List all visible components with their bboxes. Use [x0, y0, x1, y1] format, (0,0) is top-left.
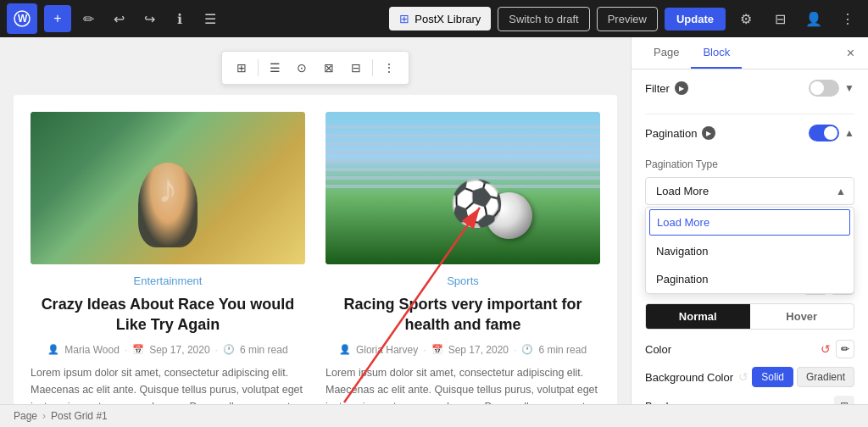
color-label: Color: [645, 343, 671, 356]
pagination-option-load-more[interactable]: Load More: [649, 209, 850, 236]
filter-row: Filter ▶ ▼: [645, 80, 854, 103]
pagination-type-dropdown-wrapper: Load More Navigation Pagination ▲ Load M…: [645, 177, 854, 205]
read-time-2: 6 min read: [538, 344, 587, 356]
date-2: Sep 17, 2020: [448, 344, 509, 356]
author-2: Gloria Harvey: [356, 344, 418, 356]
breadcrumb-separator: ›: [42, 410, 46, 422]
breadcrumb-page[interactable]: Page: [14, 410, 37, 422]
pagination-toggle-group: ▲: [809, 125, 854, 141]
post-meta-1: 👤 Maria Wood · 📅 Sep 17, 2020 · 🕐 6 min …: [31, 344, 305, 356]
pagination-toggle-arrow[interactable]: ▲: [844, 127, 854, 139]
post-card-2: Sports Racing Sports very important for …: [326, 112, 600, 404]
color-controls: ↺ ✏: [821, 340, 854, 358]
switch-draft-button[interactable]: Switch to draft: [498, 7, 589, 31]
right-sidebar: Page Block × Filter ▶ ▼ Pagination: [631, 37, 868, 404]
toolbar-separator-2: [372, 59, 373, 76]
author-icon-2: 👤: [339, 344, 351, 355]
color-picker-button[interactable]: ✏: [836, 340, 854, 358]
tools-button[interactable]: ✏: [75, 5, 102, 32]
pagination-type-label: Pagination Type: [645, 158, 854, 170]
layout-icon-button[interactable]: ⊟: [766, 5, 793, 32]
filter-toggle[interactable]: [809, 80, 839, 97]
breadcrumb-bar: Page › Post Grid #1: [0, 404, 868, 427]
filter-play-icon[interactable]: ▶: [675, 81, 688, 95]
bg-reset-icon[interactable]: ↺: [738, 370, 748, 384]
post-category-2[interactable]: Sports: [326, 274, 600, 287]
main-layout: ⊞ ☰ ⊙ ⊠ ⊟ ⋮ Entertainment: [0, 37, 868, 404]
pagination-option-navigation[interactable]: Navigation: [646, 237, 854, 265]
preview-button[interactable]: Preview: [597, 7, 658, 31]
state-tab-normal[interactable]: Normal: [646, 304, 750, 329]
more-button[interactable]: ⋮: [834, 5, 861, 32]
date-1: Sep 17, 2020: [149, 344, 209, 356]
post-excerpt-2: Lorem ipsum dolor sit amet, consectetur …: [326, 364, 600, 404]
gradient-tab[interactable]: Gradient: [797, 367, 854, 387]
pagination-toggle[interactable]: [809, 125, 839, 141]
date-icon-2: 📅: [431, 344, 443, 355]
more-options-button[interactable]: ⋮: [376, 55, 402, 80]
border-icon[interactable]: ⊞: [834, 396, 854, 404]
sidebar-content: Filter ▶ ▼ Pagination ▶ ▲: [632, 69, 868, 404]
postx-icon: ⊞: [399, 12, 409, 25]
solid-tab[interactable]: Solid: [752, 367, 793, 387]
image-button[interactable]: ⊠: [316, 55, 342, 80]
post-category-1[interactable]: Entertainment: [31, 274, 305, 287]
settings-icon-button[interactable]: ⚙: [732, 5, 760, 32]
post-image-entertainment: [31, 112, 305, 264]
svg-text:W: W: [18, 13, 28, 25]
state-tab-hover[interactable]: Hover: [750, 304, 854, 329]
wp-logo[interactable]: W: [7, 3, 37, 34]
list-view-button[interactable]: ☰: [197, 5, 224, 32]
breadcrumb-post-grid[interactable]: Post Grid #1: [51, 410, 108, 422]
sidebar-tabs: Page Block ×: [632, 37, 868, 69]
clock-icon-1: 🕐: [223, 344, 235, 355]
update-button[interactable]: Update: [665, 8, 726, 30]
block-toolbar: ⊞ ☰ ⊙ ⊠ ⊟ ⋮: [221, 51, 409, 85]
block-type-button[interactable]: ⊞: [229, 55, 254, 80]
editor-wrapper: ⊞ ☰ ⊙ ⊠ ⊟ ⋮ Entertainment: [14, 51, 617, 404]
undo-button[interactable]: ↩: [105, 5, 132, 32]
bg-color-label: Background Color: [645, 371, 733, 384]
redo-button[interactable]: ↪: [136, 5, 163, 32]
read-time-1: 6 min read: [240, 344, 288, 356]
border-row: Border ⊞: [645, 396, 854, 404]
link-button[interactable]: ⊙: [289, 55, 314, 80]
sidebar-close-button[interactable]: ×: [843, 42, 858, 64]
info-button[interactable]: ℹ: [166, 5, 193, 32]
tab-page[interactable]: Page: [642, 37, 691, 69]
post-meta-2: 👤 Gloria Harvey · 📅 Sep 17, 2020 · 🕐 6 m…: [326, 344, 600, 356]
post-title-2: Racing Sports very important for health …: [326, 294, 600, 336]
border-label: Border: [645, 400, 678, 405]
align-button[interactable]: ☰: [262, 55, 287, 80]
post-image-sports: [326, 112, 600, 264]
post-title-1: Crazy Ideas About Race You would Like Tr…: [31, 294, 305, 336]
user-icon-button[interactable]: 👤: [800, 5, 827, 32]
author-1: Maria Wood: [64, 344, 119, 356]
color-row: Color ↺ ✏: [645, 340, 854, 358]
add-block-button[interactable]: +: [44, 5, 71, 32]
grid-button[interactable]: ⊟: [343, 55, 369, 80]
pagination-label: Pagination ▶: [645, 126, 715, 140]
pagination-play-icon[interactable]: ▶: [702, 126, 715, 140]
filter-label: Filter ▶: [645, 81, 688, 95]
tab-block[interactable]: Block: [691, 37, 742, 69]
clock-icon-2: 🕐: [521, 344, 533, 355]
filter-toggle-arrow[interactable]: ▼: [844, 82, 854, 94]
date-icon-1: 📅: [132, 344, 144, 355]
post-excerpt-1: Lorem ipsum dolor sit amet, consectetur …: [31, 364, 305, 404]
editor-area: ⊞ ☰ ⊙ ⊠ ⊟ ⋮ Entertainment: [0, 37, 631, 404]
pagination-type-select[interactable]: Load More Navigation Pagination: [645, 177, 854, 205]
state-tabs: Normal Hover: [645, 303, 854, 330]
post-card-1: Entertainment Crazy Ideas About Race You…: [31, 112, 305, 404]
postx-library-button[interactable]: ⊞ PostX Library: [389, 7, 491, 30]
divider-1: [645, 114, 854, 114]
top-toolbar: W + ✏ ↩ ↪ ℹ ☰ ⊞ PostX Library Switch to …: [0, 0, 868, 37]
pagination-option-pagination[interactable]: Pagination: [646, 265, 854, 293]
color-reset-button[interactable]: ↺: [821, 342, 831, 356]
bg-style-tabs: ↺ Solid Gradient: [738, 367, 854, 387]
filter-toggle-group: ▼: [809, 80, 854, 97]
author-icon-1: 👤: [47, 344, 59, 355]
pagination-row: Pagination ▶ ▲: [645, 125, 854, 148]
bg-color-row: Background Color ↺ Solid Gradient: [645, 367, 854, 387]
pagination-type-menu: Load More Navigation Pagination: [645, 207, 854, 294]
